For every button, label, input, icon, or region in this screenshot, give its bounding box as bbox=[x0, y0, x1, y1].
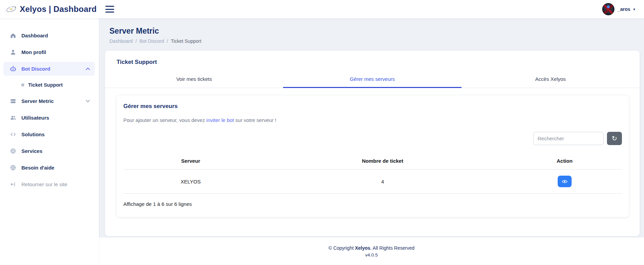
top-header: x Xelyos | Dashboard _aros ▾ bbox=[0, 0, 644, 18]
search-input[interactable] bbox=[533, 132, 604, 145]
help-icon bbox=[10, 164, 16, 171]
caret-down-icon: ▾ bbox=[633, 7, 635, 12]
sidebar-item-label: Mon profil bbox=[21, 49, 46, 55]
person-icon bbox=[10, 49, 16, 55]
sidebar-item-label: Bot Discord bbox=[21, 66, 50, 72]
server-icon bbox=[10, 98, 16, 104]
desc-before: Pour ajouter un serveur, vous devez bbox=[123, 117, 206, 123]
footer: © Copyright Xelyos. All Rights Reserved … bbox=[99, 237, 644, 265]
sidebar-item-label: Utilisateurs bbox=[21, 115, 49, 121]
sidebar-item-solutions[interactable]: Solutions bbox=[3, 127, 95, 141]
brand[interactable]: x Xelyos | Dashboard bbox=[5, 4, 97, 14]
sidebar-item-utilisateurs[interactable]: Utilisateurs bbox=[3, 111, 95, 125]
sidebar-item-label: Dashboard bbox=[21, 33, 48, 38]
panel-description: Pour ajouter un serveur, vous devez invi… bbox=[123, 117, 622, 123]
copyright-line: © Copyright Xelyos. All Rights Reserved bbox=[328, 245, 414, 251]
robot-icon bbox=[10, 66, 16, 72]
breadcrumb-separator: / bbox=[167, 38, 168, 44]
cell-action bbox=[507, 170, 622, 194]
home-icon bbox=[10, 32, 16, 39]
cell-ticket-count: 4 bbox=[258, 170, 507, 194]
ticket-support-card: Ticket Support Voir mes tickets Gérer me… bbox=[105, 51, 640, 236]
brand-title: Xelyos | Dashboard bbox=[20, 4, 97, 14]
back-arrow-icon bbox=[10, 181, 16, 188]
card-title: Ticket Support bbox=[105, 51, 640, 72]
circle-bullet-icon bbox=[21, 84, 24, 86]
refresh-button[interactable]: ↻ bbox=[607, 132, 622, 145]
sidebar-subitem-label: Ticket Support bbox=[28, 82, 63, 88]
eye-icon bbox=[562, 179, 568, 184]
sidebar-item-services[interactable]: Services bbox=[3, 144, 95, 158]
search-row: ↻ bbox=[123, 132, 622, 145]
refresh-icon: ↻ bbox=[612, 135, 617, 142]
invite-bot-link[interactable]: inviter le bot bbox=[206, 117, 234, 123]
sidebar-item-label: Retourner sur le site bbox=[21, 181, 67, 187]
tab-gerer-mes-serveurs[interactable]: Gérer mes serveurs bbox=[283, 72, 461, 88]
col-action: Action bbox=[507, 154, 622, 170]
breadcrumb-separator: / bbox=[136, 38, 137, 44]
username: _aros bbox=[617, 6, 630, 12]
sidebar: Dashboard Mon profil bbox=[0, 18, 99, 265]
col-serveur: Serveur bbox=[123, 154, 258, 170]
sidebar-item-label: Solutions bbox=[21, 131, 45, 137]
avatar[interactable] bbox=[602, 3, 614, 15]
tab-acces-xelyos[interactable]: Accès Xelyos bbox=[462, 72, 640, 88]
code-icon bbox=[10, 131, 16, 138]
breadcrumb-bot-discord[interactable]: Bot Discord bbox=[139, 38, 164, 44]
svg-text:x: x bbox=[10, 7, 12, 11]
sidebar-item-dashboard[interactable]: Dashboard bbox=[3, 29, 95, 42]
view-server-button[interactable] bbox=[558, 176, 572, 187]
content-area: Server Metric Dashboard / Bot Discord / … bbox=[99, 18, 644, 237]
sidebar-item-retourner-sur-le-site[interactable]: Retourner sur le site bbox=[3, 177, 95, 191]
sidebar-item-label: Server Metric bbox=[21, 98, 54, 104]
panel-title: Gérer mes serveurs bbox=[123, 103, 622, 110]
table-row: XELYOS 4 bbox=[123, 170, 622, 194]
sidebar-item-besoin-daide[interactable]: Besoin d'aide bbox=[3, 161, 95, 175]
breadcrumb-dashboard[interactable]: Dashboard bbox=[109, 38, 133, 44]
servers-table: Serveur Nombre de ticket Action XELYOS 4 bbox=[123, 154, 622, 194]
main-area: Server Metric Dashboard / Bot Discord / … bbox=[99, 18, 644, 265]
copyright-prefix: © Copyright bbox=[328, 245, 355, 251]
sidebar-item-bot-discord[interactable]: Bot Discord bbox=[3, 62, 95, 76]
hamburger-menu-icon[interactable] bbox=[105, 6, 114, 13]
col-nombre-de-ticket: Nombre de ticket bbox=[258, 154, 507, 170]
sidebar-item-label: Besoin d'aide bbox=[21, 165, 54, 171]
breadcrumb: Dashboard / Bot Discord / Ticket Support bbox=[109, 38, 640, 44]
cell-server-name: XELYOS bbox=[123, 170, 258, 194]
table-header-row: Serveur Nombre de ticket Action bbox=[123, 154, 622, 170]
users-icon bbox=[10, 114, 16, 121]
footer-brand: Xelyos bbox=[355, 245, 370, 251]
sidebar-item-server-metric[interactable]: Server Metric bbox=[3, 94, 95, 108]
app-window: x Xelyos | Dashboard _aros ▾ Dashboard bbox=[0, 0, 644, 265]
xelyos-logo-icon: x bbox=[5, 4, 17, 14]
globe-icon bbox=[10, 148, 16, 154]
user-menu[interactable]: _aros ▾ bbox=[602, 3, 635, 15]
desc-after: sur votre serveur ! bbox=[234, 117, 276, 123]
chevron-up-icon bbox=[86, 67, 90, 70]
sidebar-item-label: Services bbox=[21, 148, 42, 154]
servers-panel: Gérer mes serveurs Pour ajouter un serve… bbox=[117, 95, 629, 217]
tab-voir-mes-tickets[interactable]: Voir mes tickets bbox=[105, 72, 283, 88]
page-title: Server Metric bbox=[109, 26, 640, 36]
chevron-down-icon bbox=[86, 100, 90, 103]
pagination-info: Affichage de 1 à 6 sur 6 lignes bbox=[123, 201, 622, 207]
breadcrumb-ticket-support: Ticket Support bbox=[171, 38, 202, 44]
tab-bar: Voir mes tickets Gérer mes serveurs Accè… bbox=[105, 72, 640, 88]
copyright-suffix: . All Rights Reserved bbox=[370, 245, 415, 251]
sidebar-item-mon-profil[interactable]: Mon profil bbox=[3, 45, 95, 59]
page-head: Server Metric Dashboard / Bot Discord / … bbox=[105, 26, 640, 44]
version-label: v4.0.5 bbox=[365, 252, 378, 258]
sidebar-subitem-ticket-support[interactable]: Ticket Support bbox=[3, 78, 95, 91]
